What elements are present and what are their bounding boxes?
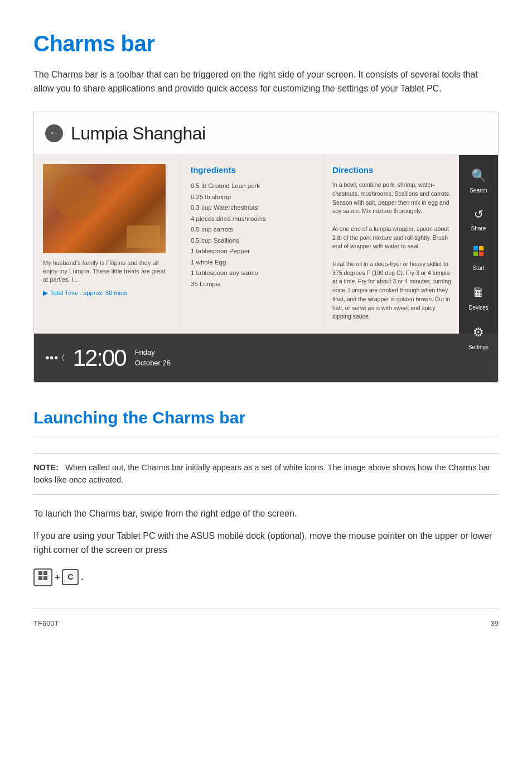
ingredient-item: 0.5 cup carrots (191, 224, 312, 235)
body-text-2: If you are using your Tablet PC with the… (33, 529, 499, 557)
directions-title: Directions (332, 164, 453, 177)
svg-rect-2 (473, 252, 478, 256)
svg-rect-1 (479, 246, 483, 250)
c-key: C (62, 569, 79, 585)
food-time: ▶ Total Time : approx. 50 mins (43, 288, 170, 298)
ingredient-item: 1 whole Egg (191, 257, 312, 268)
footer: TF600T 39 (33, 618, 499, 629)
ingredient-item: 1 tablespoon soy sauce (191, 268, 312, 279)
middle-panel: Ingredients 0.5 lb Ground Lean pork 0.25… (179, 155, 323, 334)
left-panel: My husband's family is Filipino and they… (34, 155, 179, 334)
footer-separator (33, 609, 499, 609)
ingredient-item: 4 pieces dried mushrooms (191, 214, 312, 225)
charm-devices[interactable]: 🖩 Devices (459, 278, 498, 317)
back-icon: ← (49, 126, 59, 141)
status-time: 12:00 (73, 340, 126, 375)
app-title: Lumpia Shanghai (71, 120, 206, 147)
start-icon (472, 244, 485, 262)
directions-text: In a bowl, combine pork, shrimp, water-c… (332, 181, 453, 321)
signal-icon: ●●● (45, 352, 59, 363)
plus-sign: + (55, 571, 60, 584)
period: . (81, 571, 83, 584)
note-box: NOTE: When called out, the Charms bar in… (33, 453, 499, 495)
food-description: My husband's family is Filipino and they… (43, 259, 170, 285)
search-icon: 🔍 (471, 166, 486, 185)
ingredient-item: 0.5 cup Scallions (191, 235, 312, 247)
note-text: NOTE: When called out, the Charms bar in… (33, 461, 499, 486)
wifi-icon: 〈 (62, 352, 64, 363)
status-bar: ●●● 〈 12:00 Friday October 26 (34, 334, 498, 382)
svg-rect-6 (38, 576, 42, 580)
charm-search-label: Search (470, 186, 487, 195)
back-button[interactable]: ← (45, 124, 63, 142)
footer-model: TF600T (33, 618, 59, 629)
footer-page-number: 39 (491, 618, 499, 629)
svg-rect-5 (43, 571, 47, 575)
main-title: Charms bar (33, 27, 499, 60)
svg-rect-3 (479, 252, 483, 256)
ingredient-item: 0.5 lb Ground Lean pork (191, 181, 312, 192)
status-date-text: October 26 (135, 358, 171, 369)
charm-share-label: Share (471, 224, 486, 233)
launching-section-title: Launching the Charms bar (33, 405, 499, 430)
body-text-1: To launch the Charms bar, swipe from the… (33, 507, 499, 521)
intro-text: The Charms bar is a toolbar that can be … (33, 68, 499, 96)
key-combo: + C . (33, 568, 84, 586)
status-date: Friday October 26 (135, 347, 171, 369)
windows-key (33, 568, 52, 586)
ingredient-item: 1 tablespoon Pepper (191, 246, 312, 257)
app-area: ← Lumpia Shanghai My husband's family is… (34, 112, 498, 382)
svg-rect-0 (473, 246, 478, 250)
c-key-label: C (67, 571, 73, 583)
status-icons: ●●● 〈 (45, 352, 64, 363)
ingredients-list: 0.5 lb Ground Lean pork 0.25 lb shrimp 0… (191, 181, 312, 290)
time-icon: ▶ (43, 288, 48, 298)
charm-share[interactable]: ↺ Share (459, 200, 498, 238)
page-container: Charms bar The Charms bar is a toolbar t… (0, 0, 532, 651)
share-icon: ↺ (474, 206, 483, 223)
app-content-row: My husband's family is Filipino and they… (34, 155, 498, 334)
settings-icon: ⚙ (473, 323, 484, 341)
ingredient-item: 0.3 cup Waterchestnuts (191, 202, 312, 214)
charm-devices-label: Devices (468, 303, 489, 312)
devices-icon: 🖩 (472, 283, 485, 302)
note-label: NOTE: (33, 463, 59, 472)
svg-rect-4 (38, 571, 42, 575)
charms-bar: 🔍 Search ↺ Share (459, 155, 498, 334)
charm-start[interactable]: Start (459, 238, 498, 278)
app-top-bar: ← Lumpia Shanghai (34, 112, 498, 155)
charm-settings[interactable]: ⚙ Settings (459, 317, 498, 357)
ingredient-item: 0.25 lb shrimp (191, 192, 312, 203)
charm-settings-label: Settings (468, 343, 489, 351)
charm-start-label: Start (472, 264, 484, 272)
charm-search[interactable]: 🔍 Search (459, 161, 498, 200)
ingredient-item: 35 Lumpia (191, 279, 312, 290)
note-body: When called out, the Charms bar initiall… (33, 463, 490, 484)
svg-rect-7 (43, 576, 47, 580)
status-day: Friday (135, 347, 171, 358)
section-divider (33, 437, 499, 437)
ingredients-title: Ingredients (191, 164, 312, 177)
windows-key-icon (38, 571, 48, 584)
food-image (43, 164, 166, 253)
screenshot-box: ← Lumpia Shanghai My husband's family is… (33, 112, 499, 383)
